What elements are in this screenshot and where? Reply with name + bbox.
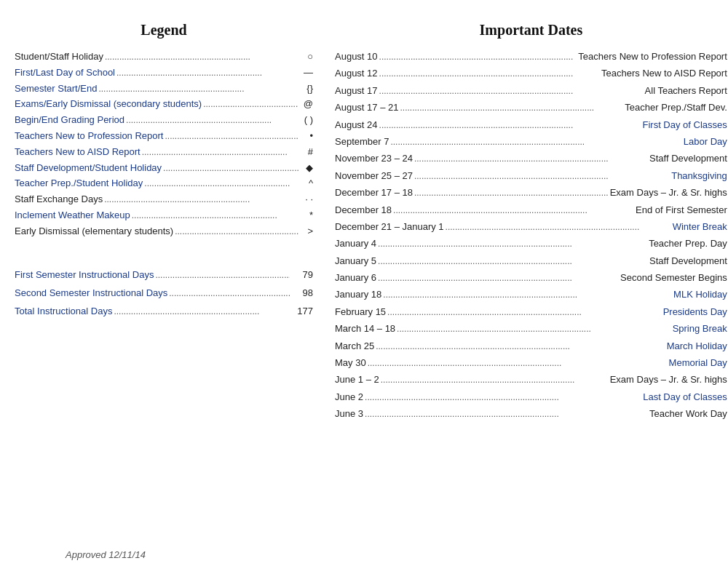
legend-item: Teacher Prep./Student Holiday...........… xyxy=(15,177,313,191)
date-label: August 17 xyxy=(335,84,378,98)
legend-item-label: Early Dismissal (elementary students) xyxy=(15,225,173,238)
date-row: December 17 – 18........................… xyxy=(335,186,727,201)
date-label: November 23 – 24 xyxy=(335,152,413,166)
date-row: June 3..................................… xyxy=(335,407,727,422)
date-label: May 30 xyxy=(335,356,366,370)
legend-item-symbol: @ xyxy=(300,97,313,111)
legend-item-dots: ........................................… xyxy=(132,210,298,223)
stat-value: 98 xyxy=(291,286,313,300)
date-dots: ........................................… xyxy=(400,102,623,116)
date-dots: ........................................… xyxy=(397,323,671,337)
date-dots: ........................................… xyxy=(414,170,670,184)
date-label: November 25 – 27 xyxy=(335,170,413,183)
date-event: Staff Development xyxy=(649,152,727,166)
stat-label: Total Instructional Days xyxy=(15,304,112,319)
date-label: August 17 – 21 xyxy=(335,101,398,115)
date-label: January 5 xyxy=(335,255,376,268)
date-event: Teachers New to AISD Report xyxy=(601,67,727,81)
date-event: End of First Semester xyxy=(636,204,727,218)
date-dots: ........................................… xyxy=(378,238,647,252)
date-row: January 6...............................… xyxy=(335,271,727,286)
date-row: November 25 – 27........................… xyxy=(335,170,727,184)
date-label: March 25 xyxy=(335,340,374,354)
approved-text: Approved 12/11/14 xyxy=(66,549,146,560)
date-dots: ........................................… xyxy=(378,255,648,269)
date-label: August 10 xyxy=(335,50,378,64)
date-dots: ........................................… xyxy=(365,408,648,422)
legend-item-symbol: ◆ xyxy=(300,162,313,175)
date-label: August 24 xyxy=(335,119,378,132)
date-event: Winter Break xyxy=(673,220,727,234)
date-row: January 18..............................… xyxy=(335,288,727,303)
date-event: Memorial Day xyxy=(669,356,727,370)
legend-item-label: Staff Development/Student Holiday xyxy=(15,162,162,175)
date-event: Teachers New to Profession Report xyxy=(578,50,727,64)
date-row: January 5...............................… xyxy=(335,255,727,269)
legend-item-dots: ........................................… xyxy=(163,162,298,175)
legend-item-symbol: ( ) xyxy=(300,113,313,127)
legend-item-dots: ........................................… xyxy=(116,67,298,80)
legend-item-dots: ........................................… xyxy=(144,178,298,191)
date-label: August 12 xyxy=(335,67,378,81)
date-row: August 12...............................… xyxy=(335,67,727,81)
stat-label: Second Semester Instructional Days xyxy=(15,286,167,300)
legend-item-dots: ........................................… xyxy=(165,130,298,143)
date-label: January 6 xyxy=(335,271,376,285)
legend-item-label: Begin/End Grading Period xyxy=(15,113,124,127)
stat-value: 177 xyxy=(291,304,313,319)
stat-dots: ........................................… xyxy=(114,305,290,319)
date-row: September 7.............................… xyxy=(335,135,727,150)
date-label: February 15 xyxy=(335,306,386,319)
stat-row: First Semester Instructional Days.......… xyxy=(15,268,313,283)
stat-label: First Semester Instructional Days xyxy=(15,268,154,282)
legend-item: Exams/Early Dismissal (secondary student… xyxy=(15,97,313,111)
legend-item-label: Semester Start/End xyxy=(15,82,97,95)
date-dots: ........................................… xyxy=(393,204,634,218)
date-row: June 2..................................… xyxy=(335,391,727,405)
date-dots: ........................................… xyxy=(387,306,662,320)
date-row: August 24...............................… xyxy=(335,119,727,133)
date-dots: ........................................… xyxy=(376,340,665,354)
date-event: Last Day of Classes xyxy=(643,391,727,404)
date-label: June 2 xyxy=(335,391,363,404)
legend-title: Legend xyxy=(15,22,313,39)
legend-item: Semester Start/End......................… xyxy=(15,82,313,96)
date-label: June 3 xyxy=(335,407,363,421)
date-event: Teacher Prep. Day xyxy=(649,237,727,251)
legend-item-symbol: # xyxy=(300,146,313,159)
date-event: Exam Days – Jr. & Sr. highs xyxy=(610,373,727,387)
legend-item-symbol: — xyxy=(300,66,313,79)
legend-item: Begin/End Grading Period................… xyxy=(15,113,313,127)
legend-item-dots: ........................................… xyxy=(105,51,298,64)
legend-item-symbol: ^ xyxy=(300,177,313,190)
legend-item: Student/Staff Holiday...................… xyxy=(15,50,313,64)
date-event: Spring Break xyxy=(673,322,727,336)
date-row: August 17 – 21..........................… xyxy=(335,101,727,116)
legend-item-label: Staff Exchange Days xyxy=(15,193,103,206)
date-event: Staff Development xyxy=(649,255,727,268)
date-label: December 18 xyxy=(335,204,392,218)
legend-item: Teachers New to AISD Report.............… xyxy=(15,146,313,159)
date-dots: ........................................… xyxy=(365,391,641,405)
date-row: December 21 – January 1.................… xyxy=(335,220,727,235)
date-row: August 17...............................… xyxy=(335,84,727,99)
date-dots: ........................................… xyxy=(383,289,672,303)
date-dots: ........................................… xyxy=(379,68,601,81)
date-row: August 10...............................… xyxy=(335,50,727,65)
date-dots: ........................................… xyxy=(381,374,609,388)
date-event: First Day of Classes xyxy=(642,119,727,132)
legend-item-label: Inclement Weather Makeup xyxy=(15,209,130,222)
date-dots: ........................................… xyxy=(414,187,609,201)
date-event: Labor Day xyxy=(684,135,727,149)
dates-list: August 10...............................… xyxy=(335,50,727,423)
legend-item: Teachers New to Profession Report.......… xyxy=(15,129,313,143)
date-row: March 14 – 18...........................… xyxy=(335,322,727,337)
date-row: November 23 – 24........................… xyxy=(335,152,727,167)
date-event: Exam Days – Jr. & Sr. highs xyxy=(610,186,727,200)
date-event: Thanksgiving xyxy=(671,170,727,183)
date-dots: ........................................… xyxy=(378,272,619,286)
date-event: Presidents Day xyxy=(663,306,727,319)
date-row: December 18.............................… xyxy=(335,204,727,218)
legend-item-dots: ........................................… xyxy=(203,98,298,111)
legend-item-label: Exams/Early Dismissal (secondary student… xyxy=(15,97,202,111)
